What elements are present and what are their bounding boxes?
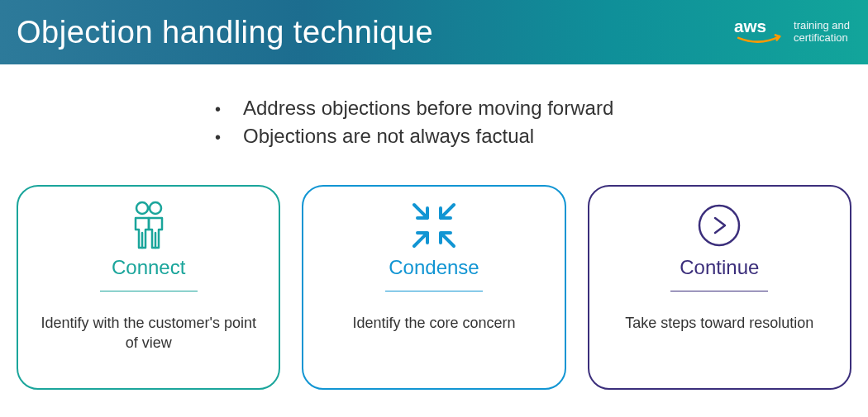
svg-text:aws: aws bbox=[734, 17, 766, 36]
brand-line2: certification bbox=[794, 32, 850, 45]
card-connect-title: Connect bbox=[112, 256, 185, 279]
card-connect-desc: Identify with the customer's point of vi… bbox=[36, 313, 260, 353]
card-underline bbox=[385, 291, 483, 291]
bullet-item: Objections are not always factual bbox=[215, 122, 868, 150]
slide-title: Objection handling technique bbox=[17, 15, 433, 50]
card-condense: Condense Identify the core concern bbox=[302, 185, 565, 390]
svg-point-2 bbox=[150, 202, 161, 214]
bullet-item: Address objections before moving forward bbox=[215, 94, 868, 122]
people-pair-icon bbox=[126, 200, 172, 251]
arrows-in-icon bbox=[403, 200, 465, 251]
cards-row: Connect Identify with the customer's poi… bbox=[0, 150, 868, 390]
svg-point-5 bbox=[699, 206, 739, 245]
aws-logo-icon: aws bbox=[734, 17, 785, 48]
card-condense-desc: Identify the core concern bbox=[352, 313, 515, 333]
card-connect: Connect Identify with the customer's poi… bbox=[17, 185, 280, 390]
card-continue-desc: Take steps toward resolution bbox=[625, 313, 813, 333]
card-underline bbox=[100, 291, 198, 291]
continue-circle-icon bbox=[694, 200, 745, 251]
brand-line1: training and bbox=[794, 20, 850, 32]
aws-brand: aws training and certification bbox=[734, 17, 850, 48]
card-condense-title: Condense bbox=[389, 256, 479, 279]
svg-point-1 bbox=[136, 202, 148, 214]
slide-header: Objection handling technique aws trainin… bbox=[0, 0, 868, 64]
card-underline bbox=[670, 291, 768, 291]
brand-subtext: training and certification bbox=[794, 20, 850, 45]
card-continue: Continue Take steps toward resolution bbox=[588, 185, 851, 390]
bullet-list: Address objections before moving forward… bbox=[215, 94, 868, 150]
card-continue-title: Continue bbox=[680, 256, 759, 279]
